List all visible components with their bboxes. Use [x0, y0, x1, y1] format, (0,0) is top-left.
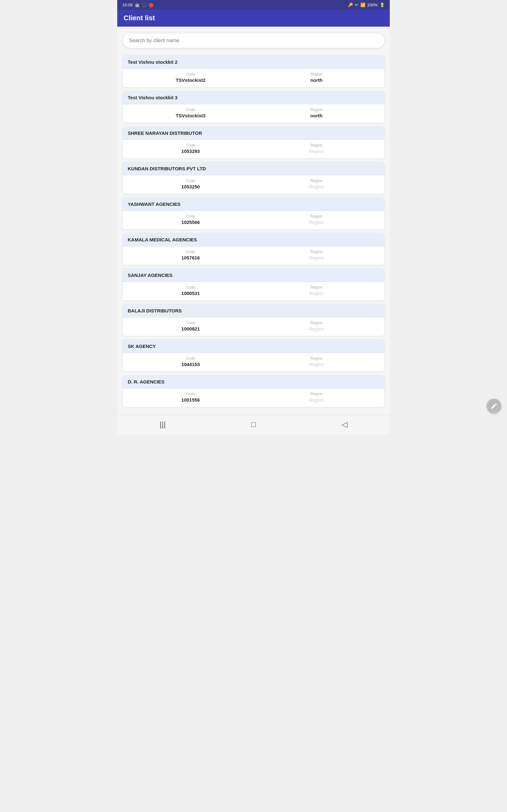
region-value: north: [310, 113, 322, 118]
client-list: Test Vishnu stockkit 2CodeTSVstockist2Re…: [122, 55, 385, 407]
region-column: RegionRegion: [253, 214, 379, 225]
client-card[interactable]: Test Vishnu stockkit 2CodeTSVstockist2Re…: [122, 55, 385, 88]
navigation-bar: ||| □ ◁: [117, 415, 390, 435]
code-label: Code: [186, 285, 195, 290]
region-label: Region: [310, 143, 322, 148]
client-name: KAMALA MEDICAL AGENCIES: [123, 233, 384, 247]
code-label: Code: [186, 356, 195, 361]
client-name: YASHWANT AGENCIES: [123, 198, 384, 211]
nav-back-button[interactable]: ◁: [337, 419, 352, 430]
client-details-row: CodeTSVstockist2Regionnorth: [123, 69, 384, 87]
signal-icon: ✏: [355, 3, 358, 7]
client-details-row: Code1053293RegionRegion: [123, 140, 384, 158]
client-name: Test Vishnu stockkit 2: [123, 55, 384, 69]
page-title: Client list: [124, 14, 155, 22]
region-label: Region: [310, 250, 322, 254]
region-column: RegionRegion: [253, 285, 379, 296]
code-value: 1053250: [181, 184, 200, 189]
client-details-row: Code1000821RegionRegion: [123, 317, 384, 336]
code-label: Code: [186, 214, 195, 218]
code-label: Code: [186, 107, 195, 112]
client-card[interactable]: KUNDAN DISTRIBUTORS PVT LTDCode1053250Re…: [122, 162, 385, 194]
client-card[interactable]: Test Vishnu stockkit 3CodeTSVstockist3Re…: [122, 91, 385, 123]
client-name: Test Vishnu stockkit 3: [123, 91, 384, 104]
code-column: CodeTSVstockist2: [128, 72, 253, 83]
region-label: Region: [310, 356, 322, 361]
client-name: SHREE NARAYAN DISTRIBUTOR: [123, 126, 384, 140]
client-card[interactable]: SHREE NARAYAN DISTRIBUTORCode1053293Regi…: [122, 126, 385, 159]
region-value: Region: [309, 291, 324, 296]
region-value: Region: [309, 184, 324, 189]
app-header: Client list: [117, 9, 390, 27]
client-card[interactable]: SK AGENCYCode1044153RegionRegion: [122, 339, 385, 372]
android-icon: 🤖: [135, 3, 140, 7]
client-name: SK AGENCY: [123, 340, 384, 353]
client-details-row: Code1057616RegionRegion: [123, 247, 384, 265]
headphone-icon: 🎧: [142, 3, 147, 7]
key-icon: 🔑: [348, 3, 353, 7]
client-name: BALAJI DISTRIBUTORS: [123, 304, 384, 317]
battery-icon: 🔋: [380, 3, 385, 7]
region-value: Region: [309, 326, 324, 332]
nav-menu-button[interactable]: |||: [155, 419, 170, 430]
code-column: Code1053293: [128, 143, 253, 154]
code-label: Code: [186, 143, 195, 148]
status-right: 🔑 ✏ 📶 100% 🔋: [348, 3, 385, 7]
status-bar: 10:09 🤖 🎧 ⬤ 🔑 ✏ 📶 100% 🔋: [117, 0, 390, 9]
client-card[interactable]: KAMALA MEDICAL AGENCIESCode1057616Region…: [122, 233, 385, 265]
code-label: Code: [186, 250, 195, 254]
code-column: Code1044153: [128, 356, 253, 367]
region-column: RegionRegion: [253, 356, 379, 367]
wifi-icon: 📶: [360, 3, 365, 7]
region-column: RegionRegion: [253, 179, 379, 189]
search-container: [122, 33, 385, 48]
code-value: 1057616: [181, 255, 200, 260]
nav-home-button[interactable]: □: [245, 419, 262, 430]
region-value: Region: [309, 219, 324, 225]
code-value: 1000531: [181, 291, 200, 296]
code-value: TSVstockist2: [176, 78, 205, 83]
region-column: Regionnorth: [253, 107, 379, 118]
code-label: Code: [186, 392, 195, 396]
region-label: Region: [310, 392, 322, 396]
region-value: north: [310, 78, 322, 83]
status-left: 10:09 🤖 🎧 ⬤: [122, 2, 154, 7]
client-details-row: Code1001556RegionRegion: [123, 389, 384, 407]
client-card[interactable]: BALAJI DISTRIBUTORSCode1000821RegionRegi…: [122, 304, 385, 336]
client-name: KUNDAN DISTRIBUTORS PVT LTD: [123, 162, 384, 175]
client-card[interactable]: YASHWANT AGENCIESCode1025566RegionRegion: [122, 197, 385, 230]
code-value: TSVstockist3: [176, 113, 205, 118]
code-value: 1053293: [181, 148, 200, 154]
code-label: Code: [186, 72, 195, 77]
code-value: 1044153: [181, 362, 200, 367]
client-details-row: Code1044153RegionRegion: [123, 353, 384, 371]
region-column: RegionRegion: [253, 250, 379, 260]
client-details-row: Code1025566RegionRegion: [123, 211, 384, 229]
region-column: RegionRegion: [253, 392, 379, 403]
region-value: Region: [309, 362, 324, 367]
region-column: RegionRegion: [253, 321, 379, 332]
code-column: Code1000821: [128, 321, 253, 332]
region-label: Region: [310, 179, 322, 183]
region-label: Region: [310, 72, 322, 77]
code-value: 1025566: [181, 219, 200, 225]
code-column: CodeTSVstockist3: [128, 107, 253, 118]
client-card[interactable]: D. R. AGENCIESCode1001556RegionRegion: [122, 375, 385, 407]
main-content: Test Vishnu stockkit 2CodeTSVstockist2Re…: [117, 27, 390, 415]
search-input[interactable]: [122, 33, 385, 48]
status-time: 10:09: [122, 3, 133, 7]
code-value: 1000821: [181, 326, 200, 332]
client-card[interactable]: SANJAY AGENCIESCode1000531RegionRegion: [122, 268, 385, 301]
client-name: SANJAY AGENCIES: [123, 269, 384, 282]
region-column: Regionnorth: [253, 72, 379, 83]
region-column: RegionRegion: [253, 143, 379, 154]
region-label: Region: [310, 107, 322, 112]
client-name: D. R. AGENCIES: [123, 375, 384, 389]
region-label: Region: [310, 321, 322, 325]
code-column: Code1057616: [128, 250, 253, 260]
code-column: Code1001556: [128, 392, 253, 403]
chrome-icon: ⬤: [149, 2, 154, 7]
region-value: Region: [309, 255, 324, 260]
region-label: Region: [310, 214, 322, 218]
code-value: 1001556: [181, 397, 200, 403]
